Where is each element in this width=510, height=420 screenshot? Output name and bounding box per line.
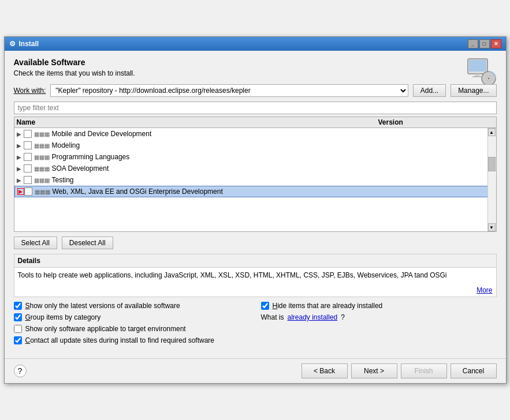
svg-rect-3 bbox=[472, 76, 482, 77]
col-name-header: Name bbox=[17, 118, 378, 126]
list-item[interactable]: ▶ ▦▦▦ SOA Development bbox=[14, 163, 496, 174]
add-button[interactable]: Add... bbox=[413, 84, 446, 97]
scroll-up-btn[interactable]: ▲ bbox=[488, 128, 496, 136]
content-area: Available Software Check the items that … bbox=[5, 51, 506, 358]
install-window: ⚙ Install _ □ ✕ bbox=[4, 36, 507, 384]
option-row-5: Hide items that are already installed bbox=[261, 302, 497, 310]
manage-button[interactable]: Manage... bbox=[451, 84, 496, 97]
list-item[interactable]: ▶ ▦▦▦ Programming Languages bbox=[14, 151, 496, 163]
list-body: ▶ ▦▦▦ Mobile and Device Development ▶ ▦▦… bbox=[14, 128, 496, 231]
option-label-3: Show only software applicable to target … bbox=[25, 325, 186, 333]
next-button[interactable]: Next > bbox=[351, 363, 397, 378]
work-with-row: Work with: "Kepler" repository - http://… bbox=[14, 84, 497, 97]
filter-input[interactable] bbox=[14, 102, 497, 114]
item-icon-6: ▦▦▦ bbox=[35, 189, 50, 195]
close-button[interactable]: ✕ bbox=[491, 39, 501, 48]
expand-arrow-5[interactable]: ▶ bbox=[17, 177, 24, 183]
options-col-2: Hide items that are already installed Wh… bbox=[261, 302, 497, 348]
item-icon-3: ▦▦▦ bbox=[34, 154, 50, 160]
item-label-6: Web, XML, Java EE and OSGi Enterprise De… bbox=[53, 187, 493, 196]
checkbox-3[interactable] bbox=[24, 153, 32, 161]
svg-rect-2 bbox=[475, 74, 479, 76]
details-more-link[interactable]: More bbox=[477, 286, 492, 294]
option-label-1: Show only the latest versions of availab… bbox=[25, 302, 180, 310]
option-row-1: Show only the latest versions of availab… bbox=[14, 302, 250, 310]
footer: ? < Back Next > Finish Cancel bbox=[5, 358, 506, 383]
item-icon-2: ▦▦▦ bbox=[34, 142, 50, 149]
finish-button[interactable]: Finish bbox=[401, 363, 447, 378]
work-with-label: Work with: bbox=[14, 87, 46, 95]
option-row-4: Contact all update sites during install … bbox=[14, 336, 250, 344]
item-label-1: Mobile and Device Development bbox=[52, 130, 494, 138]
details-text: Tools to help create web applications, i… bbox=[18, 271, 447, 279]
details-content: Tools to help create web applications, i… bbox=[14, 268, 496, 297]
repo-dropdown[interactable]: "Kepler" repository - http://download.ec… bbox=[50, 84, 408, 97]
option-checkbox-4[interactable] bbox=[14, 336, 22, 344]
window-icon: ⚙ bbox=[9, 40, 16, 48]
option-row-3: Show only software applicable to target … bbox=[14, 325, 250, 333]
already-installed-text: What is bbox=[261, 313, 284, 321]
list-item[interactable]: ▶ ▦▦▦ Testing bbox=[14, 174, 496, 186]
checkbox-1[interactable] bbox=[24, 130, 32, 138]
cancel-button[interactable]: Cancel bbox=[451, 363, 497, 378]
maximize-button[interactable]: □ bbox=[479, 39, 490, 48]
option-row-6: What is already installed ? bbox=[261, 313, 497, 321]
checkbox-5[interactable] bbox=[24, 176, 32, 184]
select-all-button[interactable]: Select All bbox=[14, 237, 57, 249]
list-item-selected[interactable]: ▶ ▦▦▦ Web, XML, Java EE and OSGi Enterpr… bbox=[14, 186, 496, 197]
details-header: Details bbox=[14, 254, 496, 268]
options-section: Show only the latest versions of availab… bbox=[14, 302, 497, 348]
select-buttons-row: Select All Deselect All bbox=[14, 237, 497, 249]
col-version-header: Version bbox=[378, 118, 494, 126]
minimize-button[interactable]: _ bbox=[468, 39, 478, 48]
back-button[interactable]: < Back bbox=[301, 363, 348, 378]
item-icon-4: ▦▦▦ bbox=[34, 166, 50, 172]
item-label-4: SOA Development bbox=[52, 164, 494, 172]
option-checkbox-2[interactable] bbox=[14, 313, 22, 321]
expand-arrow-2[interactable]: ▶ bbox=[17, 142, 24, 149]
option-checkbox-5[interactable] bbox=[261, 302, 269, 310]
footer-buttons: < Back Next > Finish Cancel bbox=[301, 363, 497, 378]
repo-dropdown-wrapper: "Kepler" repository - http://download.ec… bbox=[50, 84, 408, 97]
scroll-down-btn[interactable]: ▼ bbox=[488, 223, 496, 231]
expand-arrow-6[interactable]: ▶ bbox=[17, 188, 24, 195]
list-item[interactable]: ▶ ▦▦▦ Mobile and Device Development bbox=[14, 128, 496, 140]
checkbox-6[interactable] bbox=[24, 187, 32, 196]
deselect-all-button[interactable]: Deselect All bbox=[62, 237, 113, 249]
option-label-2: Group items by category bbox=[25, 313, 101, 321]
software-list: Name Version ▶ ▦▦▦ Mobile and Device Dev… bbox=[14, 117, 497, 232]
option-checkbox-1[interactable] bbox=[14, 302, 22, 310]
svg-rect-1 bbox=[469, 60, 486, 72]
already-installed-link[interactable]: already installed bbox=[288, 313, 338, 321]
expand-arrow-3[interactable]: ▶ bbox=[17, 154, 24, 160]
svg-point-6 bbox=[487, 77, 490, 80]
checkbox-2[interactable] bbox=[24, 141, 32, 149]
page-subtitle: Check the items that you wish to install… bbox=[14, 69, 497, 77]
options-col-1: Show only the latest versions of availab… bbox=[14, 302, 250, 348]
expand-arrow-4[interactable]: ▶ bbox=[17, 166, 24, 172]
window-controls: _ □ ✕ bbox=[468, 39, 501, 48]
option-label-5: Hide items that are already installed bbox=[273, 302, 383, 310]
scrollbar[interactable]: ▲ ▼ bbox=[487, 128, 496, 231]
page-title: Available Software bbox=[14, 58, 497, 67]
item-icon-1: ▦▦▦ bbox=[34, 131, 50, 137]
option-label-4: Contact all update sites during install … bbox=[25, 336, 215, 344]
scrollbar-thumb[interactable] bbox=[488, 157, 496, 171]
option-row-2: Group items by category bbox=[14, 313, 250, 321]
item-label-3: Programming Languages bbox=[52, 153, 494, 161]
item-label-5: Testing bbox=[52, 176, 494, 184]
item-label-2: Modeling bbox=[52, 141, 494, 149]
expand-arrow-1[interactable]: ▶ bbox=[17, 131, 24, 137]
header-area: Available Software Check the items that … bbox=[14, 58, 497, 77]
already-installed-question: ? bbox=[341, 313, 345, 321]
help-button[interactable]: ? bbox=[14, 365, 27, 377]
titlebar: ⚙ Install _ □ ✕ bbox=[5, 37, 506, 51]
list-item[interactable]: ▶ ▦▦▦ Modeling bbox=[14, 140, 496, 151]
details-section: Details Tools to help create web applica… bbox=[14, 254, 497, 297]
window-title: Install bbox=[19, 40, 39, 48]
item-icon-5: ▦▦▦ bbox=[34, 177, 50, 183]
option-checkbox-3[interactable] bbox=[14, 325, 22, 333]
checkbox-4[interactable] bbox=[24, 164, 32, 172]
list-header: Name Version bbox=[14, 117, 496, 128]
